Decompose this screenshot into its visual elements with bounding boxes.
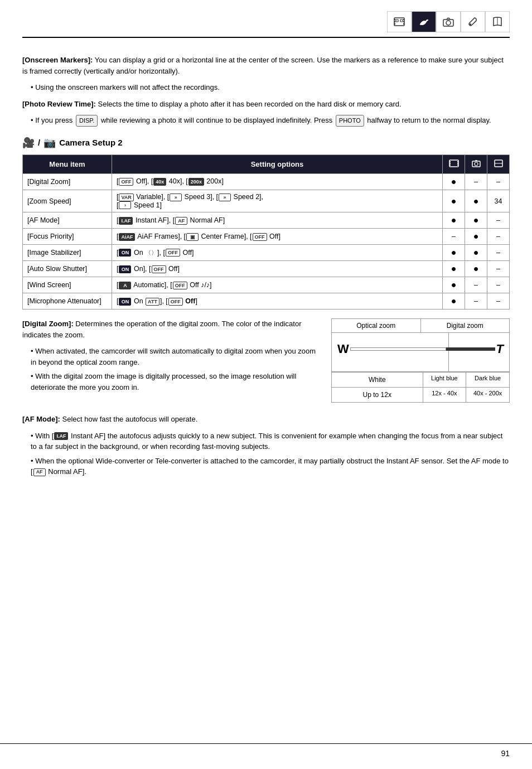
photo-key: PHOTO	[336, 115, 364, 127]
af-mode-section: [AF Mode]: Select how fast the autofocus…	[22, 414, 510, 477]
menu-item-af-mode: [AF Mode]	[23, 212, 112, 229]
col2-mic-attenuator: –	[465, 293, 487, 309]
zoom-diagram-header: Optical zoom Digital zoom	[332, 319, 509, 333]
menu-item-wind-screen: [Wind Screen]	[23, 277, 112, 293]
col1-auto-slow-shutter: ●	[443, 261, 465, 277]
bottom-rule	[0, 743, 532, 744]
af-mode-intro: [AF Mode]: Select how fast the autofocus…	[22, 414, 510, 425]
svg-rect-3	[394, 19, 395, 20]
col3-mic-attenuator: –	[487, 293, 510, 309]
200x-badge: 200x	[188, 178, 204, 186]
col1-mic-attenuator: ●	[443, 293, 465, 309]
menu-item-image-stabilizer: [Image Stabilizer]	[23, 245, 112, 261]
setting-wind-screen: [A Automatic], [OFF Off ♪/♪]	[112, 277, 443, 293]
setting-digital-zoom: [OFF Off], [40x 40x], [200x 200x]	[112, 173, 443, 190]
photo-review-text: Selects the time to display a photo afte…	[98, 100, 402, 108]
table-row: [Auto Slow Shutter] [ON On], [OFF Off] ●…	[23, 261, 510, 277]
af-mode-heading: [AF Mode]:	[22, 415, 60, 423]
svg-rect-19	[457, 163, 458, 164]
iaf-badge-2: I.AF	[54, 432, 68, 440]
zoom-bar: W T	[337, 342, 504, 356]
on-badge-mic: ON	[119, 298, 131, 306]
book-icon[interactable]	[485, 11, 510, 32]
page-number: 91	[501, 749, 510, 758]
col2-focus-priority: ●	[465, 229, 487, 245]
on-badge-is: ON	[119, 249, 131, 257]
setting-image-stabilizer: [ON On 〈〉], [OFF Off]	[112, 245, 443, 261]
stabilizer-symbol: 〈〉	[145, 249, 157, 256]
svg-point-22	[475, 162, 478, 166]
col2-auto-slow-shutter: ●	[465, 261, 487, 277]
off4-badge: OFF	[152, 265, 166, 273]
menu-item-digital-zoom: [Digital Zoom]	[23, 173, 112, 190]
svg-rect-14	[449, 160, 458, 167]
menu-item-auto-slow-shutter: [Auto Slow Shutter]	[23, 261, 112, 277]
camera-setup-2-label: Camera Setup 2	[59, 138, 122, 147]
speed1-badge: ›	[119, 201, 131, 209]
digital-zoom-section: [Digital Zoom]: Determines the operation…	[22, 318, 510, 403]
optical-zoom-label: Optical zoom	[332, 319, 421, 333]
onscreen-markers-heading: [Onscreen Markers]:	[22, 56, 93, 64]
menu-item-zoom-speed: [Zoom Speed]	[23, 190, 112, 212]
center-badge: ▣	[186, 233, 199, 241]
table-header-setting: Setting options	[112, 154, 443, 173]
digital-zoom-heading: [Digital Zoom]:	[22, 320, 74, 328]
camera-icon[interactable]	[436, 11, 461, 32]
off3-badge: OFF	[166, 249, 180, 257]
off6-badge: OFF	[168, 298, 183, 306]
svg-rect-4	[394, 21, 395, 22]
bar-dark	[446, 347, 495, 351]
photo-review-bullet: If you press DISP. while reviewing a pho…	[31, 115, 510, 127]
off5-badge: OFF	[173, 282, 187, 289]
col1-af-mode: ●	[443, 212, 465, 229]
onscreen-markers-text: You can display a grid or a horizontal l…	[22, 56, 504, 75]
table-row: [Zoom Speed] [VAR Variable], [» Speed 3]…	[23, 190, 510, 212]
digital-zoom-label: Digital zoom	[421, 319, 510, 333]
setting-af-mode: [I.AF Instant AF], [AF Normal AF]	[112, 212, 443, 229]
digital-zoom-description: [Digital Zoom]: Determines the operation…	[22, 318, 320, 403]
range-12x-40x: 12x - 40x	[423, 387, 466, 402]
col3-zoom-speed: 34	[487, 190, 510, 212]
camera-setup-2-header: 🎥 / 📷 Camera Setup 2	[22, 137, 510, 149]
40x-badge: 40x	[153, 178, 166, 186]
bird-icon[interactable]	[412, 11, 436, 32]
settings-table: Menu item Setting options [Digital Zoom]…	[22, 154, 510, 309]
table-row: [Wind Screen] [A Automatic], [OFF Off ♪/…	[23, 277, 510, 293]
table-header-icon2	[465, 154, 487, 173]
setting-auto-slow-shutter: [ON On], [OFF Off]	[112, 261, 443, 277]
onscreen-markers-bullet: Using the onscreen markers will not affe…	[31, 82, 510, 93]
col1-focus-priority: –	[443, 229, 465, 245]
dark-blue-label: Dark blue	[466, 372, 509, 387]
speed3-badge: »	[170, 194, 182, 201]
wrench-icon[interactable]	[461, 11, 485, 32]
svg-rect-18	[457, 161, 458, 162]
svg-point-12	[470, 23, 471, 25]
col1-zoom-speed: ●	[443, 190, 465, 212]
att-badge: ATT	[146, 298, 159, 306]
svg-rect-7	[403, 21, 404, 22]
table-row: [Microphone Attenuator] [ON On ATT], [OF…	[23, 293, 510, 309]
setting-focus-priority: [AiAF AiAF Frames], [▣ Center Frame], [O…	[112, 229, 443, 245]
film-icon[interactable]	[387, 11, 412, 32]
col3-wind-screen: –	[487, 277, 510, 293]
photo-review-section: [Photo Review Time]: Selects the time to…	[22, 99, 510, 110]
af-mode-bullet1: With [I.AF Instant AF] the autofocus adj…	[31, 431, 510, 452]
camera2-icon: 📷	[43, 137, 56, 149]
col3-digital-zoom: –	[487, 173, 510, 190]
svg-point-9	[426, 20, 427, 21]
table-header-menu: Menu item	[23, 154, 112, 173]
on-badge-ass: ON	[119, 265, 131, 273]
setting-zoom-speed: [VAR Variable], [» Speed 3], [» Speed 2]…	[112, 190, 443, 212]
col3-image-stabilizer: –	[487, 245, 510, 261]
setting-mic-attenuator: [ON On ATT], [OFF Off]	[112, 293, 443, 309]
zoom-range-row: Up to 12x 12x - 40x 40x - 200x	[332, 387, 509, 402]
bar-white	[350, 347, 447, 351]
speed2-badge: »	[219, 194, 231, 201]
digital-zoom-bullet2: With the digital zoom the image is digit…	[31, 371, 320, 393]
digital-zoom-bullet1: When activated, the camcorder will switc…	[31, 346, 320, 367]
menu-item-mic-attenuator: [Microphone Attenuator]	[23, 293, 112, 309]
svg-rect-17	[449, 165, 451, 166]
af-mode-bullet2: When the optional Wide-converter or Tele…	[31, 456, 510, 477]
disp-key: DISP.	[76, 115, 98, 127]
t-label: T	[496, 342, 504, 356]
